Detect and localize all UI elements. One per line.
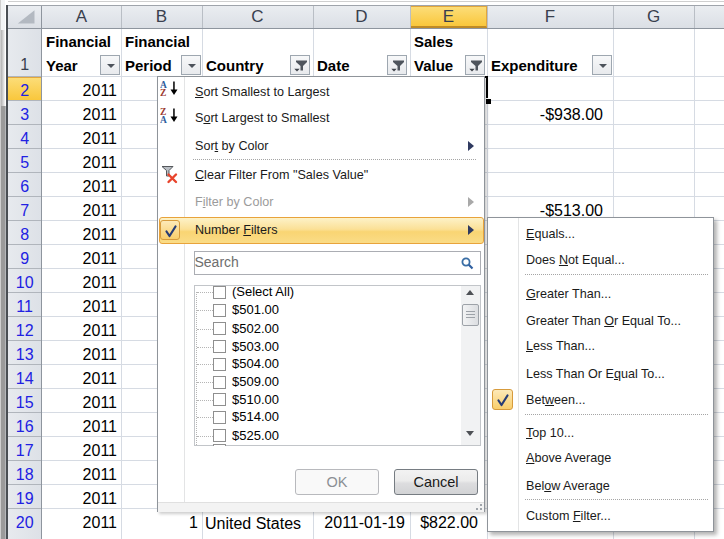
- svg-text:Z: Z: [160, 88, 166, 97]
- svg-text:A: A: [160, 115, 167, 124]
